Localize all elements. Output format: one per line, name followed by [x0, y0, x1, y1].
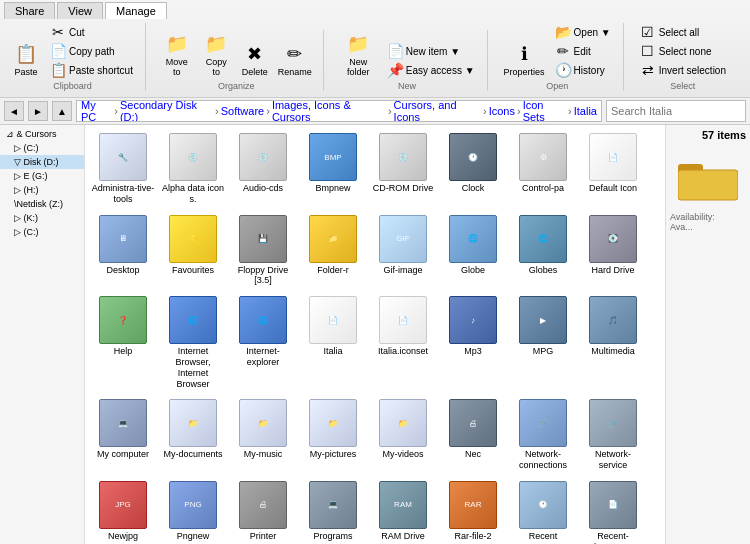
file-icon: 💿	[379, 133, 427, 181]
rename-button[interactable]: ✏ Rename	[275, 40, 315, 79]
easy-access-button[interactable]: 📌 Easy access ▼	[383, 61, 479, 79]
list-item[interactable]: 🖨Nec	[439, 395, 507, 475]
new-item-button[interactable]: 📄 New item ▼	[383, 42, 479, 60]
move-to-button[interactable]: 📁 Move to	[158, 30, 196, 79]
left-item-k[interactable]: ▷ (K:)	[0, 211, 84, 225]
cut-button[interactable]: ✂ Cut	[46, 23, 137, 41]
list-item[interactable]: 📄Italia	[299, 292, 367, 393]
delete-button[interactable]: ✖ Delete	[237, 40, 273, 79]
left-item-d[interactable]: ▽ Disk (D:)	[0, 155, 84, 169]
list-item[interactable]: 🎵Multimedia	[579, 292, 647, 393]
file-icon: 🖨	[239, 481, 287, 529]
list-item[interactable]: RAMRAM Drive	[369, 477, 437, 544]
delete-icon: ✖	[243, 42, 267, 66]
list-item[interactable]: ❓Help	[89, 292, 157, 393]
file-icon: ♪	[449, 296, 497, 344]
edit-button[interactable]: ✏ Edit	[551, 42, 615, 60]
new-folder-button[interactable]: 📁 New folder	[336, 30, 381, 79]
list-item[interactable]: 💻Programs	[299, 477, 367, 544]
list-item[interactable]: 🌐Globe	[439, 211, 507, 291]
tab-share[interactable]: Share	[4, 2, 55, 19]
list-item[interactable]: 📁Folder-r	[299, 211, 367, 291]
breadcrumb-icons[interactable]: Icons	[489, 105, 515, 117]
list-item[interactable]: 📁My-documents	[159, 395, 227, 475]
list-item[interactable]: 🌐Internet-explorer	[229, 292, 297, 393]
list-item[interactable]: ▶MPG	[509, 292, 577, 393]
left-item-h[interactable]: ▷ (H:)	[0, 183, 84, 197]
list-item[interactable]: JPGNewjpg	[89, 477, 157, 544]
list-item[interactable]: PNGPngnew	[159, 477, 227, 544]
search-input[interactable]	[606, 100, 746, 122]
select-none-label: Select none	[659, 46, 712, 57]
paste-icon: 📋	[14, 42, 38, 66]
list-item[interactable]: 📄Default Icon	[579, 129, 647, 209]
list-item[interactable]: 📄Recent-documents	[579, 477, 647, 544]
tab-manage[interactable]: Manage	[105, 2, 167, 19]
list-item[interactable]: 💾Floppy Drive [3.5]	[229, 211, 297, 291]
history-button[interactable]: 🕐 History	[551, 61, 615, 79]
breadcrumb-software[interactable]: Software	[221, 105, 264, 117]
paste-shortcut-button[interactable]: 📋 Paste shortcut	[46, 61, 137, 79]
list-item[interactable]: 💿CD-ROM Drive	[369, 129, 437, 209]
copy-path-button[interactable]: 📄 Copy path	[46, 42, 137, 60]
list-item[interactable]: BMPBmpnew	[299, 129, 367, 209]
open-button[interactable]: 📂 Open ▼	[551, 23, 615, 41]
list-item[interactable]: 🖨Printer	[229, 477, 297, 544]
list-item[interactable]: 🕐Clock	[439, 129, 507, 209]
tab-view[interactable]: View	[57, 2, 103, 19]
list-item[interactable]: 📁My-pictures	[299, 395, 367, 475]
list-item[interactable]: 🔧Administra-tive-tools	[89, 129, 157, 209]
list-item[interactable]: 💿Alpha data icon s.	[159, 129, 227, 209]
breadcrumb-images[interactable]: Images, Icons & Cursors	[272, 100, 386, 122]
list-item[interactable]: 📁My-videos	[369, 395, 437, 475]
list-item[interactable]: 💻My computer	[89, 395, 157, 475]
list-item[interactable]: GIFGif-image	[369, 211, 437, 291]
list-item[interactable]: 📄Italia.iconset	[369, 292, 437, 393]
list-item[interactable]: ♪Mp3	[439, 292, 507, 393]
forward-button[interactable]: ►	[28, 101, 48, 121]
file-icon: 📁	[309, 399, 357, 447]
left-item-cursors[interactable]: ⊿ & Cursors	[0, 127, 84, 141]
left-item-c[interactable]: ▷ (C:)	[0, 141, 84, 155]
list-item[interactable]: 🕐Recent	[509, 477, 577, 544]
breadcrumb-iconsets[interactable]: Icon Sets	[523, 100, 566, 122]
breadcrumb-disk[interactable]: Secondary Disk (D:)	[120, 100, 213, 122]
breadcrumb-mypc[interactable]: My PC	[81, 100, 112, 122]
breadcrumb-italia[interactable]: Italia	[574, 105, 597, 117]
file-name: Gif-image	[383, 265, 422, 276]
list-item[interactable]: RARRar-file-2	[439, 477, 507, 544]
list-item[interactable]: 📁My-music	[229, 395, 297, 475]
list-item[interactable]: 🔗Network-service	[579, 395, 647, 475]
file-icon: 📄	[379, 296, 427, 344]
paste-label: Paste	[14, 67, 37, 77]
list-item[interactable]: 💿Audio-cds	[229, 129, 297, 209]
list-item[interactable]: 💽Hard Drive	[579, 211, 647, 291]
left-item-netdisk[interactable]: \Netdisk (Z:)	[0, 197, 84, 211]
breadcrumb[interactable]: My PC › Secondary Disk (D:) › Software ›…	[76, 100, 602, 122]
rename-label: Rename	[278, 67, 312, 77]
copy-to-button[interactable]: 📁 Copy to	[198, 30, 235, 79]
left-item-g[interactable]: ▷ E (G:)	[0, 169, 84, 183]
invert-selection-button[interactable]: ⇄ Invert selection	[636, 61, 730, 79]
properties-button[interactable]: ℹ Properties	[500, 40, 549, 79]
back-button[interactable]: ◄	[4, 101, 24, 121]
breadcrumb-cursors[interactable]: Cursors, and Icons	[394, 100, 481, 122]
select-none-button[interactable]: ☐ Select none	[636, 42, 730, 60]
list-item[interactable]: 🌐Globes	[509, 211, 577, 291]
invert-selection-label: Invert selection	[659, 65, 726, 76]
select-all-button[interactable]: ☑ Select all	[636, 23, 730, 41]
copy-path-label: Copy path	[69, 46, 115, 57]
list-item[interactable]: 🖥Desktop	[89, 211, 157, 291]
list-item[interactable]: 🌐Internet Browser, Internet Browser	[159, 292, 227, 393]
file-name: Nec	[465, 449, 481, 460]
file-name: Control-pa	[522, 183, 564, 194]
properties-icon: ℹ	[512, 42, 536, 66]
list-item[interactable]: ⚙Control-pa	[509, 129, 577, 209]
up-button[interactable]: ▲	[52, 101, 72, 121]
left-item-c2[interactable]: ▷ (C:)	[0, 225, 84, 239]
paste-button[interactable]: 📋 Paste	[8, 40, 44, 79]
list-item[interactable]: 🔗Network-connections	[509, 395, 577, 475]
list-item[interactable]: ⭐Favourites	[159, 211, 227, 291]
address-bar: ◄ ► ▲ My PC › Secondary Disk (D:) › Soft…	[0, 98, 750, 125]
file-name: Italia.iconset	[378, 346, 428, 357]
